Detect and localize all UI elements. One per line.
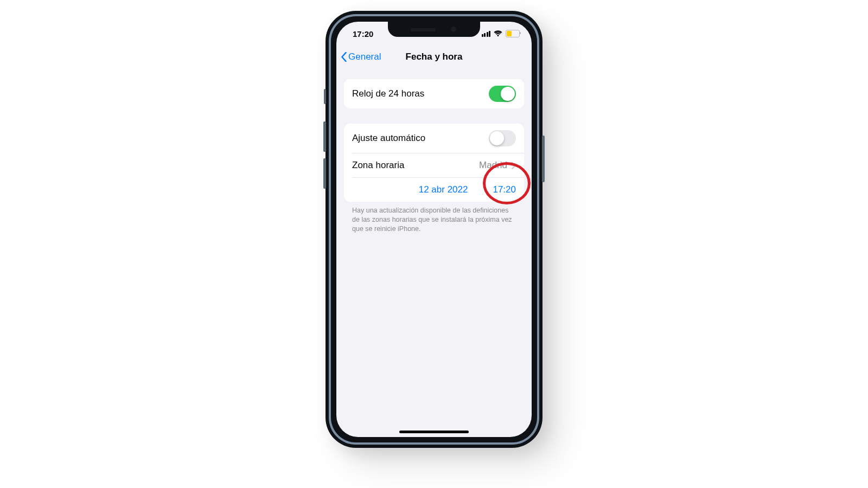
- group-datetime: Ajuste automático Zona horaria Madrid 12…: [344, 124, 524, 202]
- back-label: General: [348, 52, 381, 62]
- notch: [388, 22, 480, 37]
- cellular-signal-icon: [482, 31, 491, 37]
- time-picker-value[interactable]: 17:20: [493, 184, 516, 195]
- nav-bar: General Fecha y hora: [336, 46, 532, 68]
- page-title: Fecha y hora: [406, 52, 463, 62]
- toggle-auto-adjust[interactable]: [489, 130, 516, 146]
- home-indicator: [399, 431, 469, 433]
- wifi-icon: [494, 30, 502, 37]
- volume-down-button: [323, 158, 326, 189]
- row-timezone[interactable]: Zona horaria Madrid: [344, 153, 524, 177]
- volume-up-button: [323, 121, 326, 152]
- group-clock: Reloj de 24 horas: [344, 79, 524, 108]
- label-timezone: Zona horaria: [352, 160, 404, 171]
- row-date-time: 12 abr 2022 17:20: [344, 178, 524, 202]
- footer-note: Hay una actualización disponible de las …: [344, 202, 524, 234]
- side-button: [542, 136, 545, 182]
- status-time: 17:20: [353, 29, 373, 38]
- value-timezone: Madrid: [479, 160, 507, 171]
- chevron-left-icon: [341, 52, 347, 62]
- battery-icon: [506, 30, 520, 37]
- date-picker-value[interactable]: 12 abr 2022: [419, 184, 468, 195]
- row-24h-clock: Reloj de 24 horas: [344, 79, 524, 108]
- chevron-right-icon: [512, 162, 516, 169]
- toggle-24h-clock[interactable]: [489, 86, 516, 102]
- label-auto-adjust: Ajuste automático: [352, 133, 425, 144]
- label-24h-clock: Reloj de 24 horas: [352, 88, 424, 99]
- back-button[interactable]: General: [341, 46, 381, 68]
- row-auto-adjust: Ajuste automático: [344, 124, 524, 153]
- screen: 17:20 General Fecha y hora: [336, 22, 532, 437]
- mute-switch: [324, 89, 326, 104]
- device-frame: 17:20 General Fecha y hora: [326, 11, 542, 448]
